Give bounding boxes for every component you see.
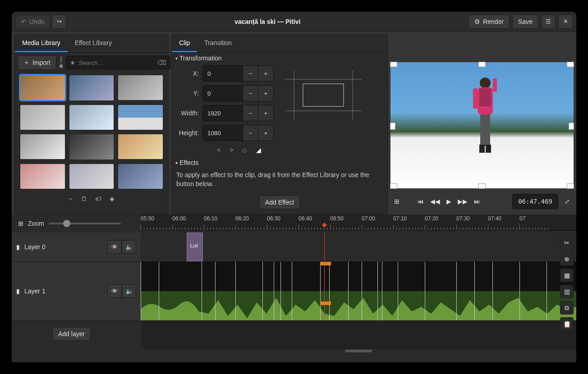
playhead[interactable] xyxy=(324,262,325,320)
layer-track[interactable]: Lur xyxy=(141,233,576,261)
timeline-ruler[interactable]: 05:5006:0006:1006:2006:3006:4006:5007:00… xyxy=(141,214,576,231)
media-thumb[interactable] xyxy=(20,134,65,159)
clip-boundary[interactable] xyxy=(262,262,263,320)
preview-handle[interactable] xyxy=(567,183,574,189)
paste-tool[interactable]: 📋 xyxy=(560,317,574,331)
redo-button[interactable]: ↪ xyxy=(52,14,66,29)
playhead-indicator[interactable]: ◆ xyxy=(322,221,327,228)
grid-icon[interactable]: ⊞ xyxy=(394,198,400,205)
clip-boundary[interactable] xyxy=(474,262,475,320)
preview-handle[interactable] xyxy=(478,183,486,189)
step-back-icon[interactable]: ◀◀ xyxy=(430,198,440,205)
clip-boundary[interactable] xyxy=(456,262,457,320)
clip-boundary[interactable] xyxy=(159,262,159,320)
clip-boundary[interactable] xyxy=(425,262,425,320)
clip-boundary[interactable] xyxy=(377,262,378,320)
clip-boundary[interactable] xyxy=(362,262,362,320)
width-increment[interactable]: + xyxy=(258,105,273,121)
media-thumb[interactable] xyxy=(69,134,114,160)
play-icon[interactable]: ▶ xyxy=(446,198,451,205)
next-keyframe-icon[interactable]: > xyxy=(230,146,233,154)
clip-boundary[interactable] xyxy=(292,262,292,320)
tab-transition[interactable]: Transition xyxy=(197,35,239,52)
toggle-keyframe-icon[interactable]: ◇ xyxy=(242,146,247,154)
reset-keyframe-icon[interactable]: ◢ xyxy=(256,146,261,154)
render-button[interactable]: ⚙ Render xyxy=(469,14,510,29)
preview-handle[interactable] xyxy=(390,183,397,189)
preview-handle[interactable] xyxy=(567,62,574,67)
layer-name[interactable]: Layer 0 xyxy=(24,243,103,251)
clip-boundary[interactable] xyxy=(215,262,216,320)
clip-boundary[interactable] xyxy=(274,262,274,320)
x-decrement[interactable]: − xyxy=(243,66,258,81)
height-decrement[interactable]: − xyxy=(243,125,258,141)
width-decrement[interactable]: − xyxy=(243,105,258,121)
tab-clip[interactable]: Clip xyxy=(172,35,197,52)
clip-boundary[interactable] xyxy=(280,262,281,320)
preview-handle[interactable] xyxy=(478,62,486,67)
clip-boundary[interactable] xyxy=(348,262,349,320)
video-preview[interactable] xyxy=(390,62,574,188)
width-input[interactable] xyxy=(203,106,243,120)
playhead[interactable] xyxy=(324,233,325,261)
effects-header[interactable]: Effects xyxy=(172,157,387,168)
transformation-header[interactable]: Transformation xyxy=(172,53,387,64)
step-forward-icon[interactable]: ▶▶ xyxy=(458,198,468,205)
remove-icon[interactable]: − xyxy=(69,195,72,202)
cut-tool[interactable]: ✂ xyxy=(560,236,574,250)
clip-boundary[interactable] xyxy=(398,262,398,320)
clip-boundary[interactable] xyxy=(329,262,330,320)
delete-tool[interactable]: ⊗ xyxy=(560,252,574,266)
y-input[interactable] xyxy=(203,87,243,100)
tab-media-library[interactable]: Media Library xyxy=(15,35,68,52)
skip-start-icon[interactable]: ⏮ xyxy=(418,198,424,205)
add-layer-button[interactable]: Add layer xyxy=(52,327,91,341)
skip-end-icon[interactable]: ⏭ xyxy=(474,198,480,205)
media-thumb[interactable] xyxy=(69,105,114,130)
import-button[interactable]: ＋ Import xyxy=(18,55,56,70)
clip-boundary[interactable] xyxy=(202,262,202,320)
y-increment[interactable]: + xyxy=(258,86,273,101)
copy-tool[interactable]: ⧉ xyxy=(560,301,574,315)
media-thumb[interactable] xyxy=(118,105,163,130)
clip-boundary[interactable] xyxy=(320,262,321,320)
prev-keyframe-icon[interactable]: < xyxy=(217,146,220,154)
y-decrement[interactable]: − xyxy=(243,86,258,101)
clip-props-icon[interactable]: 🗋 xyxy=(81,195,87,202)
search-box[interactable]: ★ ⌫ xyxy=(66,56,170,69)
tag-icon[interactable]: 🏷 xyxy=(95,195,101,202)
clip-boundary[interactable] xyxy=(547,262,547,320)
clip-handle[interactable] xyxy=(325,301,331,305)
media-thumb[interactable] xyxy=(118,75,163,100)
undo-button[interactable]: ↶ Undo xyxy=(15,15,50,28)
insert-icon[interactable]: ◈ xyxy=(110,195,115,202)
preview-handle[interactable] xyxy=(390,62,397,67)
x-input[interactable] xyxy=(203,67,243,81)
layer-audio-toggle[interactable]: 🔈 xyxy=(122,284,136,298)
media-thumb[interactable] xyxy=(118,164,163,189)
layer-visibility-toggle[interactable]: 👁 xyxy=(107,240,122,254)
clip-boundary[interactable] xyxy=(492,262,493,320)
x-increment[interactable]: + xyxy=(258,66,273,81)
timeline-scrollbar[interactable] xyxy=(141,349,576,353)
media-thumb[interactable] xyxy=(20,105,65,130)
media-thumb[interactable] xyxy=(118,134,163,159)
search-input[interactable] xyxy=(78,59,155,66)
media-thumb[interactable] xyxy=(69,164,114,189)
transform-preview[interactable] xyxy=(283,64,364,127)
zoom-slider[interactable] xyxy=(49,223,121,224)
layer-audio-toggle[interactable]: 🔈 xyxy=(122,240,136,254)
zoom-slider-knob[interactable] xyxy=(63,220,70,227)
preview-handle[interactable] xyxy=(569,123,574,130)
layer-track[interactable] xyxy=(141,262,576,320)
tab-effect-library[interactable]: Effect Library xyxy=(68,35,119,52)
media-thumb[interactable] xyxy=(20,164,65,189)
clip-boundary[interactable] xyxy=(519,262,520,320)
height-increment[interactable]: + xyxy=(258,125,273,141)
clip-boundary[interactable] xyxy=(141,262,141,320)
clip-boundary[interactable] xyxy=(382,262,382,320)
clip-boundary[interactable] xyxy=(235,262,236,320)
save-button[interactable]: Save xyxy=(512,14,538,29)
empty-track[interactable] xyxy=(141,321,576,349)
timeline-clip[interactable]: Lur xyxy=(187,233,203,261)
